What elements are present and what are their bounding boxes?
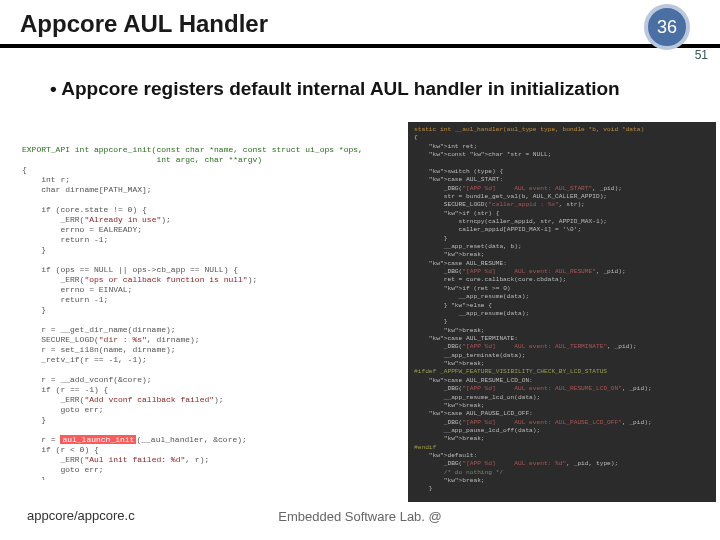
page-badge: 36 xyxy=(644,4,690,50)
code-left: EXPORT_API int appcore_init(const char *… xyxy=(22,145,402,480)
code-right: static int __aul_handler(aul_type type, … xyxy=(408,122,716,502)
file-caption: appcore/appcore.c xyxy=(24,507,138,524)
footer-text: Embedded Software Lab. @ xyxy=(278,509,442,524)
sub-page-number: 51 xyxy=(695,48,708,62)
bullet-text: Appcore registers default internal AUL h… xyxy=(50,78,690,100)
slide-title: Appcore AUL Handler xyxy=(20,10,700,38)
title-bar: Appcore AUL Handler 36 51 xyxy=(0,0,720,48)
